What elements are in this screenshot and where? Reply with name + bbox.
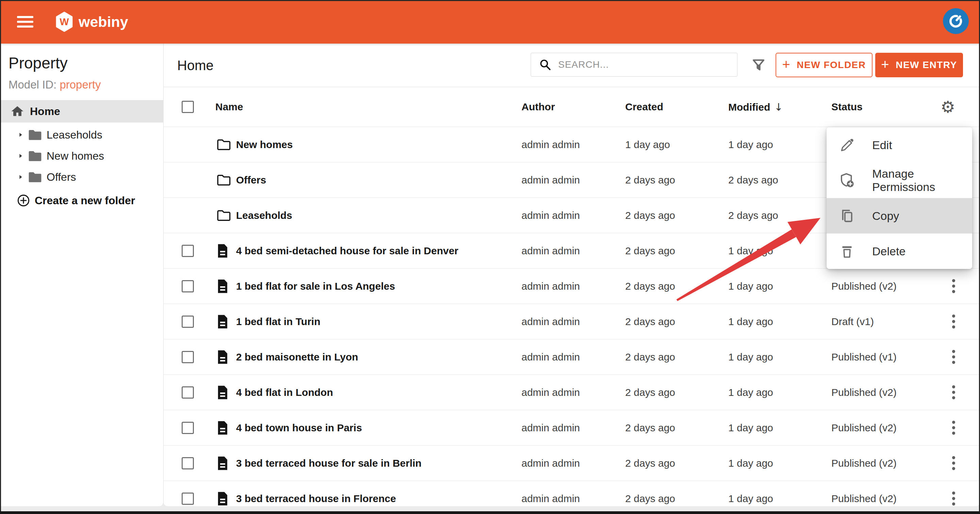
row-checkbox[interactable] — [181, 316, 194, 328]
table-header: Name Author Created Modified↓ Status ⚙ — [164, 87, 980, 127]
entry-name[interactable]: 3 bed terraced house for sale in Berlin — [236, 458, 422, 469]
folder-label[interactable]: Leaseholds — [46, 129, 102, 141]
table-row-entry[interactable]: 3 bed terraced house in Florence admin a… — [164, 480, 980, 506]
entry-author: admin admin — [522, 351, 580, 363]
menu-item-delete[interactable]: Delete — [827, 233, 972, 269]
entry-name[interactable]: 3 bed terraced house in Florence — [236, 493, 396, 504]
folder-label[interactable]: New homes — [46, 150, 104, 162]
entry-author: admin admin — [522, 245, 580, 257]
entry-modified: 1 day ago — [728, 422, 773, 434]
sidebar-folder-new-homes[interactable]: New homes — [0, 145, 164, 166]
sidebar-folder-offers[interactable]: Offers — [0, 166, 164, 188]
row-checkbox[interactable] — [181, 493, 194, 505]
folder-outline-icon — [217, 174, 231, 186]
row-menu-kebab-icon[interactable] — [945, 278, 963, 295]
entry-name[interactable]: New homes — [236, 139, 293, 150]
entry-author: admin admin — [522, 387, 580, 398]
column-header-status[interactable]: Status — [831, 101, 863, 113]
folder-icon — [28, 171, 42, 184]
row-context-menu: Edit Manage Permissions Copy Delete — [827, 127, 972, 269]
window-edge — [0, 511, 980, 514]
entry-modified: 1 day ago — [728, 387, 773, 398]
window-edge — [0, 0, 1, 514]
table-settings-gear-icon[interactable]: ⚙ — [940, 99, 955, 115]
row-menu-kebab-icon[interactable] — [945, 419, 963, 437]
row-checkbox[interactable] — [181, 457, 194, 469]
status-badge: Draft (v1) — [831, 316, 874, 327]
new-entry-button[interactable]: + NEW ENTRY — [875, 53, 963, 77]
sidebar-item-home[interactable]: Home — [0, 100, 164, 123]
entry-created: 1 day ago — [625, 139, 670, 150]
row-checkbox[interactable] — [181, 351, 194, 363]
folder-label[interactable]: Offers — [46, 171, 76, 184]
row-checkbox[interactable] — [181, 422, 194, 434]
create-new-folder-button[interactable]: Create a new folder — [0, 193, 164, 208]
entry-name[interactable]: 4 bed flat in London — [236, 387, 333, 398]
table-row-entry[interactable]: 4 bed flat in London admin admin 2 days … — [164, 374, 980, 410]
sidebar-folder-leaseholds[interactable]: Leaseholds — [0, 124, 164, 145]
chevron-right-icon[interactable] — [18, 174, 24, 180]
table-row-entry[interactable]: 1 bed flat for sale in Los Angeles admin… — [164, 268, 980, 303]
page-title: Home — [177, 57, 214, 73]
entry-name[interactable]: 1 bed flat in Turin — [236, 316, 320, 327]
table-row-entry[interactable]: 4 bed town house in Paris admin admin 2 … — [164, 410, 980, 445]
column-header-name[interactable]: Name — [215, 101, 243, 113]
search-box[interactable] — [531, 53, 737, 77]
search-input[interactable] — [557, 59, 737, 70]
sort-desc-icon: ↓ — [774, 101, 783, 113]
row-checkbox[interactable] — [181, 386, 194, 399]
sidebar: Property Model ID: property Home Leaseho… — [0, 43, 164, 506]
model-id: Model ID: property — [8, 78, 101, 91]
row-checkbox[interactable] — [181, 280, 194, 292]
column-header-modified[interactable]: Modified↓ — [728, 101, 783, 113]
model-id-label: Model ID: — [8, 78, 56, 91]
table-row-entry[interactable]: 3 bed terraced house for sale in Berlin … — [164, 445, 980, 480]
entry-name[interactable]: 4 bed town house in Paris — [236, 422, 362, 434]
row-menu-kebab-icon[interactable] — [945, 490, 963, 506]
new-folder-button[interactable]: + NEW FOLDER — [776, 53, 872, 77]
entry-name[interactable]: Leaseholds — [236, 210, 292, 221]
document-icon — [217, 492, 229, 506]
menu-item-copy[interactable]: Copy — [827, 198, 972, 233]
status-badge: Published (v1) — [831, 351, 897, 363]
entry-created: 2 days ago — [625, 458, 675, 469]
hamburger-menu-icon[interactable] — [17, 16, 33, 27]
filter-button[interactable] — [748, 54, 770, 76]
document-icon — [217, 244, 229, 258]
app-window: W webiny Property Model ID: property Hom… — [0, 0, 980, 514]
column-header-created[interactable]: Created — [625, 101, 663, 113]
column-header-author[interactable]: Author — [522, 101, 555, 113]
create-folder-label: Create a new folder — [35, 194, 135, 207]
row-menu-kebab-icon[interactable] — [945, 313, 963, 330]
row-menu-kebab-icon[interactable] — [945, 348, 963, 366]
entry-modified: 1 day ago — [728, 281, 773, 292]
entry-author: admin admin — [522, 458, 580, 469]
user-avatar[interactable] — [943, 8, 969, 34]
entry-name[interactable]: 4 bed semi-detached house for sale in De… — [236, 245, 458, 257]
entry-author: admin admin — [522, 422, 580, 434]
table-row-entry[interactable]: 2 bed maisonette in Lyon admin admin 2 d… — [164, 339, 980, 374]
entry-modified: 1 day ago — [728, 458, 773, 469]
plus-icon: + — [881, 57, 889, 72]
document-icon — [217, 279, 229, 294]
funnel-icon — [752, 58, 765, 72]
menu-item-manage-permissions[interactable]: Manage Permissions — [827, 163, 972, 198]
menu-item-label: Copy — [872, 209, 899, 223]
chevron-right-icon[interactable] — [18, 132, 24, 138]
entry-name[interactable]: 2 bed maisonette in Lyon — [236, 351, 358, 363]
row-checkbox[interactable] — [181, 245, 194, 257]
chevron-right-icon[interactable] — [18, 153, 24, 159]
menu-item-label: Edit — [872, 139, 892, 152]
model-id-value[interactable]: property — [59, 78, 101, 91]
folder-outline-icon — [217, 138, 231, 151]
entry-name[interactable]: 1 bed flat for sale in Los Angeles — [236, 281, 395, 292]
menu-item-edit[interactable]: Edit — [827, 127, 972, 163]
row-menu-kebab-icon[interactable] — [945, 384, 963, 401]
table-row-entry[interactable]: 1 bed flat in Turin admin admin 2 days a… — [164, 303, 980, 339]
select-all-checkbox[interactable] — [181, 101, 194, 113]
folder-outline-icon — [217, 209, 231, 222]
row-menu-kebab-icon[interactable] — [945, 455, 963, 472]
power-icon — [948, 13, 964, 29]
entry-name[interactable]: Offers — [236, 174, 266, 186]
status-badge: Published (v2) — [831, 281, 897, 292]
